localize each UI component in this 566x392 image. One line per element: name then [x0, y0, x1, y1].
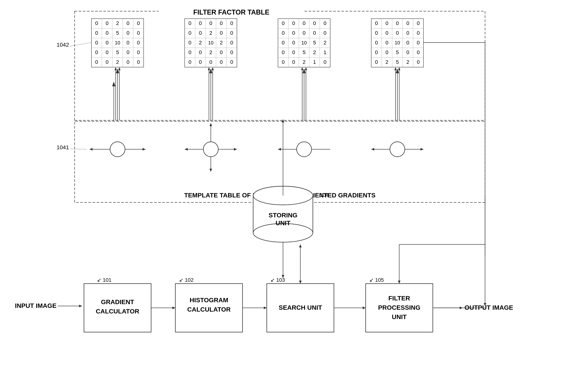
- svg-text:2: 2: [199, 40, 202, 45]
- svg-text:0: 0: [323, 20, 327, 26]
- svg-text:0: 0: [417, 40, 420, 45]
- svg-text:0: 0: [292, 49, 295, 55]
- svg-marker-184: [371, 148, 374, 151]
- svg-text:0: 0: [209, 59, 212, 65]
- svg-text:0: 0: [303, 30, 305, 36]
- matrix-3: 0 0 0 0 0 0 0 0 0 0 0 0 10 5 2 0 0 5 2 1…: [278, 19, 330, 67]
- svg-line-163: [70, 149, 87, 149]
- svg-text:0: 0: [406, 20, 409, 26]
- svg-marker-211: [299, 280, 302, 284]
- svg-marker-154: [212, 67, 214, 70]
- svg-text:2: 2: [386, 59, 388, 65]
- svg-text:2: 2: [406, 59, 409, 65]
- svg-text:0: 0: [282, 49, 285, 55]
- svg-text:0: 0: [106, 20, 109, 26]
- svg-text:0: 0: [406, 49, 409, 55]
- svg-text:2: 2: [116, 20, 119, 26]
- svg-marker-148: [114, 67, 117, 70]
- svg-text:0: 0: [375, 20, 378, 26]
- svg-marker-162: [398, 67, 400, 70]
- input-image-label: INPUT IMAGE: [15, 302, 56, 309]
- gradient-calculator-text2: CALCULATOR: [96, 308, 139, 315]
- svg-marker-186: [420, 148, 424, 151]
- svg-text:0: 0: [406, 30, 409, 36]
- ref-105: ↙ 105: [369, 277, 384, 283]
- svg-text:0: 0: [292, 59, 295, 65]
- svg-text:0: 0: [375, 59, 378, 65]
- svg-text:0: 0: [313, 30, 316, 36]
- svg-marker-220: [398, 280, 400, 284]
- svg-marker-173: [209, 169, 212, 172]
- svg-text:2: 2: [209, 30, 212, 36]
- svg-marker-201: [79, 305, 82, 307]
- svg-text:0: 0: [137, 49, 140, 55]
- svg-text:0: 0: [126, 49, 129, 55]
- svg-text:0: 0: [95, 20, 98, 26]
- diagram: FILTER FACTOR TABLE TEMPLATE TABLE OF HI…: [0, 0, 566, 392]
- svg-text:2: 2: [116, 59, 119, 65]
- svg-text:0: 0: [406, 40, 409, 45]
- svg-text:0: 0: [313, 20, 316, 26]
- label-104: ~ 104: [315, 192, 329, 198]
- svg-text:0: 0: [375, 30, 378, 36]
- svg-text:0: 0: [417, 30, 420, 36]
- svg-text:0: 0: [199, 30, 202, 36]
- svg-text:0: 0: [292, 40, 295, 45]
- histogram-calculator-text1: HISTOGRAM: [190, 296, 228, 304]
- svg-text:0: 0: [199, 59, 202, 65]
- svg-text:0: 0: [220, 20, 223, 26]
- svg-point-164: [110, 142, 125, 157]
- label-1041: 1041: [56, 144, 69, 150]
- svg-text:0: 0: [220, 59, 223, 65]
- svg-point-169: [203, 142, 218, 157]
- svg-text:0: 0: [417, 59, 420, 65]
- svg-text:0: 0: [396, 30, 399, 36]
- svg-line-139: [70, 42, 91, 46]
- filter-processing-text1: FILTER: [388, 294, 410, 302]
- svg-text:5: 5: [303, 49, 305, 55]
- ref-102: ↙ 102: [179, 277, 194, 283]
- svg-text:0: 0: [282, 59, 285, 65]
- svg-text:10: 10: [395, 40, 400, 45]
- svg-text:0: 0: [220, 30, 223, 36]
- svg-marker-150: [118, 67, 121, 70]
- svg-text:0: 0: [106, 59, 109, 65]
- svg-marker-177: [234, 148, 237, 151]
- svg-text:0: 0: [188, 49, 191, 55]
- svg-text:0: 0: [106, 30, 109, 36]
- svg-text:0: 0: [188, 30, 191, 36]
- svg-text:0: 0: [137, 59, 140, 65]
- svg-text:0: 0: [375, 40, 378, 45]
- svg-text:0: 0: [137, 40, 140, 45]
- svg-marker-160: [394, 67, 397, 70]
- svg-text:5: 5: [396, 49, 399, 55]
- svg-text:0: 0: [199, 49, 202, 55]
- svg-text:0: 0: [282, 30, 285, 36]
- svg-text:0: 0: [282, 40, 285, 45]
- storing-unit-label: STORING: [269, 211, 297, 219]
- matrix-2: 0 0 0 0 0 0 0 2 0 0 0 2 10 2 0 0 0 2 0 0…: [185, 19, 237, 67]
- svg-marker-156: [301, 67, 303, 70]
- svg-marker-158: [305, 67, 307, 70]
- svg-text:0: 0: [230, 20, 233, 26]
- label-1042: 1042: [56, 42, 69, 48]
- svg-text:0: 0: [230, 40, 233, 45]
- filter-processing-text3: UNIT: [392, 313, 407, 320]
- svg-text:0: 0: [209, 20, 212, 26]
- svg-text:0: 0: [126, 30, 129, 36]
- svg-text:2: 2: [209, 49, 212, 55]
- svg-text:0: 0: [95, 59, 98, 65]
- svg-text:0: 0: [106, 49, 109, 55]
- svg-text:5: 5: [116, 30, 119, 36]
- histogram-calculator-text2: CALCULATOR: [187, 306, 231, 313]
- svg-text:0: 0: [220, 49, 223, 55]
- svg-text:0: 0: [386, 30, 388, 36]
- svg-marker-171: [209, 123, 212, 126]
- svg-text:0: 0: [95, 30, 98, 36]
- svg-text:10: 10: [302, 40, 307, 45]
- svg-text:0: 0: [188, 40, 191, 45]
- svg-text:0: 0: [417, 20, 420, 26]
- svg-marker-168: [142, 148, 146, 151]
- svg-marker-207: [264, 307, 267, 309]
- ref-103: ↙ 103: [271, 277, 285, 283]
